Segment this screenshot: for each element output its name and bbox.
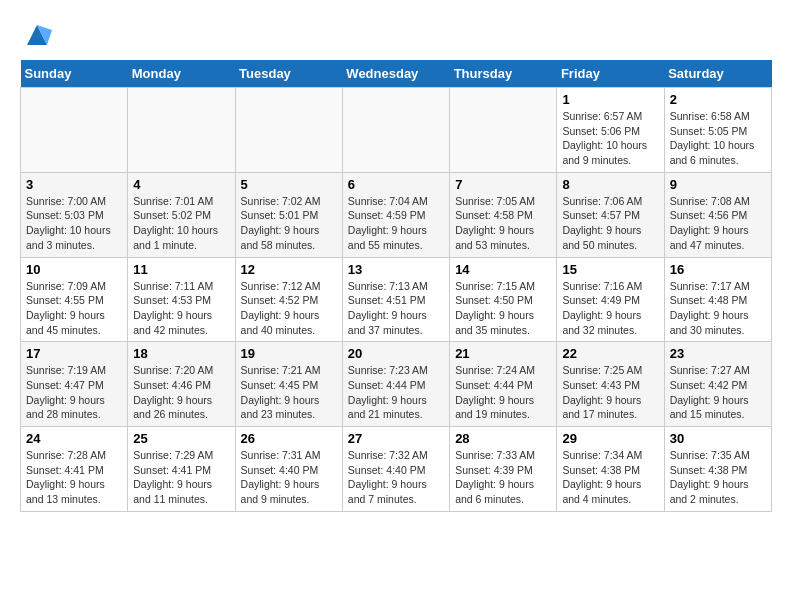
day-info: Sunrise: 7:16 AM Sunset: 4:49 PM Dayligh… [562, 279, 658, 338]
day-info: Sunrise: 7:29 AM Sunset: 4:41 PM Dayligh… [133, 448, 229, 507]
day-info: Sunrise: 7:17 AM Sunset: 4:48 PM Dayligh… [670, 279, 766, 338]
day-cell: 30Sunrise: 7:35 AM Sunset: 4:38 PM Dayli… [664, 427, 771, 512]
week-row-3: 10Sunrise: 7:09 AM Sunset: 4:55 PM Dayli… [21, 257, 772, 342]
logo [20, 20, 52, 50]
day-number: 7 [455, 177, 551, 192]
day-info: Sunrise: 7:34 AM Sunset: 4:38 PM Dayligh… [562, 448, 658, 507]
day-info: Sunrise: 7:00 AM Sunset: 5:03 PM Dayligh… [26, 194, 122, 253]
day-number: 29 [562, 431, 658, 446]
day-info: Sunrise: 7:02 AM Sunset: 5:01 PM Dayligh… [241, 194, 337, 253]
day-number: 5 [241, 177, 337, 192]
day-number: 12 [241, 262, 337, 277]
day-number: 6 [348, 177, 444, 192]
week-row-5: 24Sunrise: 7:28 AM Sunset: 4:41 PM Dayli… [21, 427, 772, 512]
day-number: 19 [241, 346, 337, 361]
day-cell: 4Sunrise: 7:01 AM Sunset: 5:02 PM Daylig… [128, 172, 235, 257]
day-number: 8 [562, 177, 658, 192]
day-cell: 7Sunrise: 7:05 AM Sunset: 4:58 PM Daylig… [450, 172, 557, 257]
page-header [20, 20, 772, 50]
day-number: 18 [133, 346, 229, 361]
day-info: Sunrise: 7:04 AM Sunset: 4:59 PM Dayligh… [348, 194, 444, 253]
day-number: 28 [455, 431, 551, 446]
day-cell: 8Sunrise: 7:06 AM Sunset: 4:57 PM Daylig… [557, 172, 664, 257]
logo-icon [22, 20, 52, 50]
day-info: Sunrise: 7:21 AM Sunset: 4:45 PM Dayligh… [241, 363, 337, 422]
day-cell: 27Sunrise: 7:32 AM Sunset: 4:40 PM Dayli… [342, 427, 449, 512]
day-cell: 12Sunrise: 7:12 AM Sunset: 4:52 PM Dayli… [235, 257, 342, 342]
day-number: 27 [348, 431, 444, 446]
day-number: 22 [562, 346, 658, 361]
day-cell: 18Sunrise: 7:20 AM Sunset: 4:46 PM Dayli… [128, 342, 235, 427]
day-number: 25 [133, 431, 229, 446]
day-cell: 2Sunrise: 6:58 AM Sunset: 5:05 PM Daylig… [664, 88, 771, 173]
day-header-friday: Friday [557, 60, 664, 88]
day-cell: 26Sunrise: 7:31 AM Sunset: 4:40 PM Dayli… [235, 427, 342, 512]
day-number: 15 [562, 262, 658, 277]
day-cell: 11Sunrise: 7:11 AM Sunset: 4:53 PM Dayli… [128, 257, 235, 342]
day-cell [21, 88, 128, 173]
day-info: Sunrise: 7:27 AM Sunset: 4:42 PM Dayligh… [670, 363, 766, 422]
day-cell: 6Sunrise: 7:04 AM Sunset: 4:59 PM Daylig… [342, 172, 449, 257]
day-number: 26 [241, 431, 337, 446]
day-header-sunday: Sunday [21, 60, 128, 88]
day-info: Sunrise: 7:23 AM Sunset: 4:44 PM Dayligh… [348, 363, 444, 422]
day-info: Sunrise: 7:20 AM Sunset: 4:46 PM Dayligh… [133, 363, 229, 422]
day-info: Sunrise: 6:58 AM Sunset: 5:05 PM Dayligh… [670, 109, 766, 168]
day-number: 13 [348, 262, 444, 277]
day-info: Sunrise: 7:15 AM Sunset: 4:50 PM Dayligh… [455, 279, 551, 338]
header-row: SundayMondayTuesdayWednesdayThursdayFrid… [21, 60, 772, 88]
day-cell [450, 88, 557, 173]
day-number: 11 [133, 262, 229, 277]
day-number: 2 [670, 92, 766, 107]
day-cell [235, 88, 342, 173]
day-info: Sunrise: 7:12 AM Sunset: 4:52 PM Dayligh… [241, 279, 337, 338]
day-number: 1 [562, 92, 658, 107]
day-info: Sunrise: 7:25 AM Sunset: 4:43 PM Dayligh… [562, 363, 658, 422]
day-info: Sunrise: 7:05 AM Sunset: 4:58 PM Dayligh… [455, 194, 551, 253]
day-header-thursday: Thursday [450, 60, 557, 88]
day-cell: 19Sunrise: 7:21 AM Sunset: 4:45 PM Dayli… [235, 342, 342, 427]
calendar-table: SundayMondayTuesdayWednesdayThursdayFrid… [20, 60, 772, 512]
day-number: 4 [133, 177, 229, 192]
day-info: Sunrise: 7:08 AM Sunset: 4:56 PM Dayligh… [670, 194, 766, 253]
day-info: Sunrise: 7:35 AM Sunset: 4:38 PM Dayligh… [670, 448, 766, 507]
day-cell: 1Sunrise: 6:57 AM Sunset: 5:06 PM Daylig… [557, 88, 664, 173]
day-info: Sunrise: 7:13 AM Sunset: 4:51 PM Dayligh… [348, 279, 444, 338]
day-info: Sunrise: 7:31 AM Sunset: 4:40 PM Dayligh… [241, 448, 337, 507]
day-number: 20 [348, 346, 444, 361]
week-row-4: 17Sunrise: 7:19 AM Sunset: 4:47 PM Dayli… [21, 342, 772, 427]
day-cell: 29Sunrise: 7:34 AM Sunset: 4:38 PM Dayli… [557, 427, 664, 512]
day-number: 3 [26, 177, 122, 192]
day-number: 10 [26, 262, 122, 277]
day-header-saturday: Saturday [664, 60, 771, 88]
day-info: Sunrise: 7:01 AM Sunset: 5:02 PM Dayligh… [133, 194, 229, 253]
day-cell: 25Sunrise: 7:29 AM Sunset: 4:41 PM Dayli… [128, 427, 235, 512]
day-cell: 23Sunrise: 7:27 AM Sunset: 4:42 PM Dayli… [664, 342, 771, 427]
day-header-tuesday: Tuesday [235, 60, 342, 88]
day-cell: 3Sunrise: 7:00 AM Sunset: 5:03 PM Daylig… [21, 172, 128, 257]
day-info: Sunrise: 7:32 AM Sunset: 4:40 PM Dayligh… [348, 448, 444, 507]
day-cell: 9Sunrise: 7:08 AM Sunset: 4:56 PM Daylig… [664, 172, 771, 257]
day-cell: 28Sunrise: 7:33 AM Sunset: 4:39 PM Dayli… [450, 427, 557, 512]
day-number: 23 [670, 346, 766, 361]
day-cell [128, 88, 235, 173]
day-cell: 13Sunrise: 7:13 AM Sunset: 4:51 PM Dayli… [342, 257, 449, 342]
week-row-1: 1Sunrise: 6:57 AM Sunset: 5:06 PM Daylig… [21, 88, 772, 173]
day-cell: 15Sunrise: 7:16 AM Sunset: 4:49 PM Dayli… [557, 257, 664, 342]
day-info: Sunrise: 7:19 AM Sunset: 4:47 PM Dayligh… [26, 363, 122, 422]
day-cell: 17Sunrise: 7:19 AM Sunset: 4:47 PM Dayli… [21, 342, 128, 427]
day-cell: 14Sunrise: 7:15 AM Sunset: 4:50 PM Dayli… [450, 257, 557, 342]
day-cell: 21Sunrise: 7:24 AM Sunset: 4:44 PM Dayli… [450, 342, 557, 427]
day-cell: 10Sunrise: 7:09 AM Sunset: 4:55 PM Dayli… [21, 257, 128, 342]
day-info: Sunrise: 7:28 AM Sunset: 4:41 PM Dayligh… [26, 448, 122, 507]
day-number: 9 [670, 177, 766, 192]
day-number: 24 [26, 431, 122, 446]
day-cell: 24Sunrise: 7:28 AM Sunset: 4:41 PM Dayli… [21, 427, 128, 512]
day-cell: 5Sunrise: 7:02 AM Sunset: 5:01 PM Daylig… [235, 172, 342, 257]
day-number: 17 [26, 346, 122, 361]
day-number: 16 [670, 262, 766, 277]
day-info: Sunrise: 7:11 AM Sunset: 4:53 PM Dayligh… [133, 279, 229, 338]
day-header-monday: Monday [128, 60, 235, 88]
day-cell: 16Sunrise: 7:17 AM Sunset: 4:48 PM Dayli… [664, 257, 771, 342]
day-header-wednesday: Wednesday [342, 60, 449, 88]
